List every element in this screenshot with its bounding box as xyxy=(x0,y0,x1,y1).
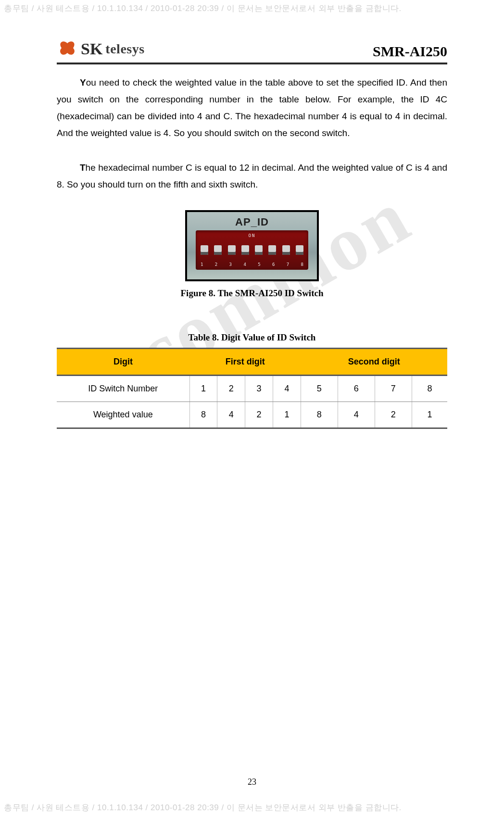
table-row: Weighted value 8 4 2 1 8 4 2 1 xyxy=(57,402,447,428)
dip-switch xyxy=(241,245,249,255)
dip-switch xyxy=(255,245,263,255)
butterfly-icon xyxy=(57,38,78,60)
header-watermark: 총무팀 / 사원 테스트용 / 10.1.10.134 / 2010-01-28… xyxy=(0,0,504,17)
table-caption: Table 8. Digit Value of ID Switch xyxy=(57,332,447,343)
col-first-digit: First digit xyxy=(189,348,301,375)
row-label: Weighted value xyxy=(57,402,189,428)
col-digit: Digit xyxy=(57,348,189,375)
dip-nums-row: 1 2 3 4 5 6 7 8 xyxy=(201,262,303,267)
paragraph-1: You need to check the weighted value in … xyxy=(57,74,447,142)
logo-text: telesys xyxy=(105,41,144,57)
dip-switch xyxy=(228,245,236,255)
digit-table: Digit First digit Second digit ID Switch… xyxy=(57,348,447,429)
dip-switch xyxy=(282,245,290,255)
logo: SK telesys xyxy=(57,38,145,60)
dip-switch xyxy=(214,245,222,255)
paragraph-2: The hexadecimal number C is equal to 12 … xyxy=(57,159,447,193)
dip-switch xyxy=(201,245,208,255)
dip-top-label: AP_ID xyxy=(187,216,317,228)
header-bar: SK telesys SMR-AI250 xyxy=(57,38,447,64)
figure-block: AP_ID ON 1 2 xyxy=(57,210,447,299)
dip-switch-photo: AP_ID ON 1 2 xyxy=(185,210,319,281)
dip-switch xyxy=(296,245,303,255)
page-number: 23 xyxy=(0,777,504,787)
footer-watermark: 총무팀 / 사원 테스트용 / 10.1.10.134 / 2010-01-28… xyxy=(0,799,504,816)
dip-switch xyxy=(268,245,276,255)
figure-caption: Figure 8. The SMR-AI250 ID Switch xyxy=(57,288,447,299)
dip-on-label: ON xyxy=(201,233,303,238)
col-second-digit: Second digit xyxy=(301,348,447,375)
table-row: ID Switch Number 1 2 3 4 5 6 7 8 xyxy=(57,375,447,402)
row-label: ID Switch Number xyxy=(57,375,189,402)
doc-title: SMR-AI250 xyxy=(373,43,447,60)
dip-switch-row xyxy=(201,245,303,255)
